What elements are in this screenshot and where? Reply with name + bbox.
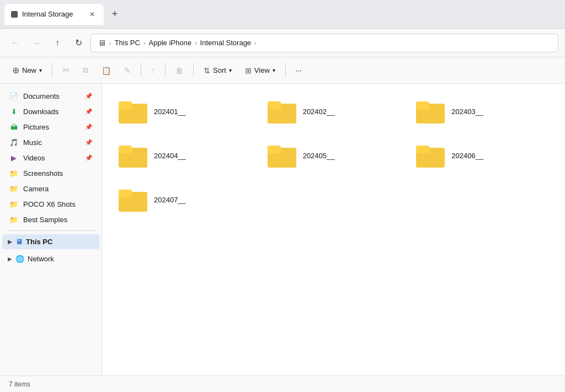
sidebar-label-documents: Documents bbox=[23, 92, 60, 100]
folder-item-202401[interactable]: 202401__ bbox=[113, 95, 257, 128]
tab-title: Internal Storage bbox=[22, 10, 73, 18]
sort-chevron-icon: ▾ bbox=[229, 67, 232, 73]
new-chevron-icon: ▾ bbox=[39, 67, 42, 73]
folder-icon-202404 bbox=[119, 143, 147, 168]
network-icon: 🌐 bbox=[15, 255, 24, 263]
items-count: 7 items bbox=[9, 380, 30, 388]
sidebar-label-best-samples: Best Samples bbox=[23, 216, 67, 224]
pin-icon-pictures: 📌 bbox=[85, 123, 93, 131]
refresh-button[interactable]: ↻ bbox=[70, 34, 87, 52]
sidebar-label-this-pc: This PC bbox=[26, 238, 52, 246]
share-icon: ↑ bbox=[151, 66, 155, 75]
sidebar-divider bbox=[7, 230, 95, 231]
folder-icon-202406 bbox=[416, 143, 445, 168]
folder-name-202404: 202404__ bbox=[154, 152, 186, 160]
folder-item-202407[interactable]: 202407__ bbox=[113, 183, 257, 216]
sort-label: Sort bbox=[213, 66, 226, 74]
sidebar-label-network: Network bbox=[28, 255, 54, 263]
sidebar-section-network[interactable]: ▶ 🌐 Network bbox=[2, 251, 99, 266]
view-button[interactable]: ⊞ View ▾ bbox=[239, 63, 281, 78]
sidebar-item-poco-x6-shots[interactable]: 📁 POCO X6 Shots bbox=[2, 196, 99, 212]
copy-button[interactable]: ⧉ bbox=[77, 63, 94, 78]
pin-icon-documents: 📌 bbox=[85, 93, 93, 100]
new-button[interactable]: ⊕ New ▾ bbox=[7, 62, 47, 78]
music-icon: 🎵 bbox=[9, 137, 19, 147]
thispc-icon: 🖥 bbox=[15, 238, 23, 246]
sidebar-label-videos: Videos bbox=[23, 154, 45, 162]
delete-icon: 🗑 bbox=[175, 66, 183, 75]
folder-name-202405: 202405__ bbox=[303, 152, 335, 160]
share-button[interactable]: ↑ bbox=[146, 63, 161, 78]
new-tab-button[interactable]: + bbox=[106, 6, 124, 23]
toolbar-divider-3 bbox=[165, 64, 166, 77]
up-button[interactable]: ↑ bbox=[49, 34, 66, 52]
status-bar: 7 items bbox=[0, 375, 565, 392]
folder-item-202402[interactable]: 202402__ bbox=[262, 95, 406, 128]
breadcrumb-sep-2: › bbox=[143, 40, 146, 46]
folder-icon-202402 bbox=[268, 99, 296, 123]
paste-icon: 📋 bbox=[102, 66, 111, 75]
best-samples-icon: 📁 bbox=[9, 214, 19, 224]
videos-icon: ▶ bbox=[9, 153, 19, 163]
rename-button[interactable]: ✎ bbox=[119, 63, 136, 78]
sidebar-item-screenshots[interactable]: 📁 Screenshots bbox=[2, 165, 99, 181]
camera-icon: 📁 bbox=[9, 184, 19, 194]
sidebar-item-videos[interactable]: ▶ Videos 📌 bbox=[2, 150, 99, 165]
pictures-icon: 🏔 bbox=[9, 122, 19, 132]
tab-close-button[interactable]: ✕ bbox=[87, 9, 97, 19]
cut-icon: ✂ bbox=[62, 65, 70, 76]
sidebar-item-documents[interactable]: 📄 Documents 📌 bbox=[2, 88, 99, 104]
folder-name-202403: 202403__ bbox=[451, 108, 483, 116]
folder-name-202406: 202406__ bbox=[451, 152, 483, 160]
device-icon: 🖥 bbox=[98, 38, 106, 47]
breadcrumb-internal-storage[interactable]: Internal Storage bbox=[200, 39, 252, 47]
breadcrumb-sep-1: › bbox=[109, 40, 111, 46]
folder-item-202404[interactable]: 202404__ bbox=[113, 139, 257, 172]
cut-button[interactable]: ✂ bbox=[57, 62, 75, 78]
title-bar: Internal Storage ✕ + bbox=[0, 0, 565, 29]
view-label: View bbox=[254, 66, 270, 74]
documents-icon: 📄 bbox=[9, 91, 19, 101]
sidebar-item-downloads[interactable]: ⬇ Downloads 📌 bbox=[2, 104, 99, 119]
sidebar-label-downloads: Downloads bbox=[23, 108, 58, 116]
breadcrumb-this-pc[interactable]: This PC bbox=[115, 39, 140, 47]
folder-name-202402: 202402__ bbox=[303, 108, 335, 116]
sort-button[interactable]: ⇅ Sort ▾ bbox=[198, 63, 237, 78]
new-label: New bbox=[22, 66, 36, 74]
toolbar-divider-2 bbox=[141, 64, 141, 77]
folder-item-202406[interactable]: 202406__ bbox=[411, 139, 554, 172]
folder-item-202405[interactable]: 202405__ bbox=[262, 139, 406, 172]
sidebar-item-music[interactable]: 🎵 Music 📌 bbox=[2, 135, 99, 150]
paste-button[interactable]: 📋 bbox=[96, 63, 116, 78]
sidebar-item-best-samples[interactable]: 📁 Best Samples bbox=[2, 212, 99, 227]
folder-name-202401: 202401__ bbox=[154, 108, 186, 116]
breadcrumb-apple-iphone[interactable]: Apple iPhone bbox=[149, 39, 191, 47]
toolbar: ⊕ New ▾ ✂ ⧉ 📋 ✎ ↑ 🗑 ⇅ Sort ▾ ⊞ View ▾ ··… bbox=[0, 57, 565, 84]
delete-button[interactable]: 🗑 bbox=[170, 63, 189, 78]
new-icon: ⊕ bbox=[12, 65, 19, 76]
tab-icon bbox=[11, 11, 18, 18]
folder-item-202403[interactable]: 202403__ bbox=[411, 95, 554, 128]
sort-icon: ⇅ bbox=[204, 66, 210, 75]
sidebar-label-pictures: Pictures bbox=[23, 123, 49, 131]
breadcrumb-sep-3: › bbox=[195, 40, 197, 46]
screenshots-icon: 📁 bbox=[9, 168, 19, 178]
sidebar-item-camera[interactable]: 📁 Camera bbox=[2, 181, 99, 196]
forward-button[interactable]: → bbox=[28, 34, 45, 52]
expand-icon-this-pc: ▶ bbox=[8, 239, 12, 245]
folder-icon-202401 bbox=[119, 99, 147, 123]
back-button[interactable]: ← bbox=[7, 34, 24, 52]
folder-grid: 202401__ 202402__ 202403__ 202404__ bbox=[113, 95, 554, 216]
folder-name-202407: 202407__ bbox=[154, 196, 186, 204]
copy-icon: ⧉ bbox=[83, 66, 88, 75]
toolbar-divider-1 bbox=[52, 64, 52, 77]
folder-icon-202407 bbox=[119, 187, 147, 212]
poco-icon: 📁 bbox=[9, 199, 19, 209]
sidebar-label-screenshots: Screenshots bbox=[23, 169, 63, 178]
address-bar[interactable]: 🖥 › This PC › Apple iPhone › Internal St… bbox=[90, 34, 558, 52]
active-tab[interactable]: Internal Storage ✕ bbox=[4, 4, 104, 25]
sidebar-section-this-pc[interactable]: ▶ 🖥 This PC bbox=[2, 234, 99, 249]
more-button[interactable]: ··· bbox=[290, 63, 307, 77]
downloads-icon: ⬇ bbox=[9, 106, 19, 116]
sidebar-item-pictures[interactable]: 🏔 Pictures 📌 bbox=[2, 119, 99, 135]
